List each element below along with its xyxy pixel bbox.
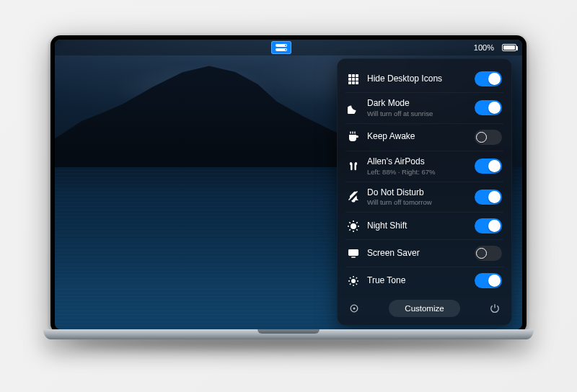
control-panel: Hide Desktop IconsDark ModeWill turn off…: [337, 58, 512, 326]
display-icon: [347, 247, 360, 260]
laptop-base: [43, 329, 534, 339]
app-menubar-icon[interactable]: [271, 41, 291, 54]
toggle-dark-mode[interactable]: [475, 100, 502, 115]
laptop-notch: [257, 329, 320, 334]
panel-label: Allen's AirPods: [367, 157, 467, 167]
panel-label: Dark Mode: [367, 99, 467, 109]
panel-row-screen-saver: Screen Saver: [345, 239, 503, 267]
customize-button[interactable]: Customize: [389, 300, 459, 317]
panel-label: Night Shift: [367, 221, 467, 231]
panel-row-dark-mode: Dark ModeWill turn off at sunrise: [345, 92, 503, 123]
nightshift-icon: [347, 220, 360, 233]
panel-sublabel: Left: 88% · Right: 67%: [367, 168, 467, 176]
laptop-mockup: 100% Hide Desktop IconsDark ModeWill tur…: [43, 35, 534, 352]
desktop: 100% Hide Desktop IconsDark ModeWill tur…: [55, 40, 522, 329]
power-icon[interactable]: [489, 303, 501, 314]
panel-sublabel: Will turn off tomorrow: [367, 198, 467, 206]
panel-row-true-tone: True Tone: [345, 267, 503, 294]
toggle-screen-saver[interactable]: [475, 246, 502, 261]
airpods-icon: [347, 160, 360, 173]
battery-icon[interactable]: [502, 44, 516, 51]
coffee-icon: [347, 130, 360, 143]
toggle-airpods[interactable]: [475, 159, 502, 174]
screen-bezel: 100% Hide Desktop IconsDark ModeWill tur…: [50, 35, 527, 334]
toggle-true-tone[interactable]: [475, 273, 502, 288]
moon-icon: [347, 102, 360, 115]
panel-row-night-shift: Night Shift: [345, 212, 503, 239]
panel-row-do-not-disturb: Do Not DisturbWill turn off tomorrow: [345, 182, 503, 213]
panel-label: Keep Awake: [367, 132, 467, 142]
panel-label: True Tone: [367, 276, 467, 286]
toggle-do-not-disturb[interactable]: [475, 190, 502, 205]
svg-point-2: [353, 308, 355, 310]
panel-row-airpods: Allen's AirPodsLeft: 88% · Right: 67%: [345, 151, 503, 182]
panel-label: Do Not Disturb: [367, 188, 467, 198]
dnd-icon: [347, 190, 360, 203]
settings-icon[interactable]: [348, 303, 360, 314]
toggle-night-shift[interactable]: [475, 218, 502, 233]
truetone-icon: [347, 275, 360, 288]
panel-row-keep-awake: Keep Awake: [345, 123, 503, 151]
toggle-keep-awake[interactable]: [475, 130, 502, 145]
menu-bar: 100%: [55, 40, 522, 55]
battery-percent: 100%: [474, 43, 494, 52]
panel-label: Hide Desktop Icons: [367, 74, 467, 84]
panel-row-hide-desktop-icons: Hide Desktop Icons: [345, 66, 503, 92]
toggle-hide-desktop-icons[interactable]: [475, 71, 502, 86]
panel-label: Screen Saver: [367, 249, 467, 259]
panel-sublabel: Will turn off at sunrise: [367, 110, 467, 117]
grid-icon: [347, 73, 360, 86]
